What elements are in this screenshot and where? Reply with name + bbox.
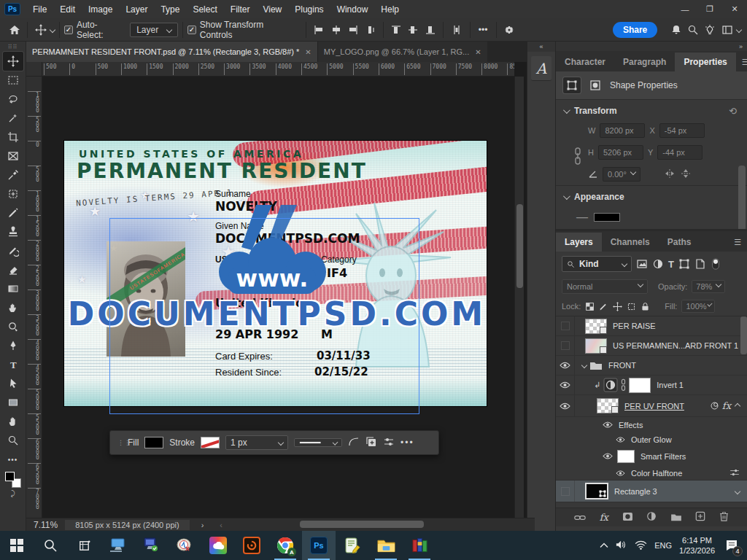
zoom-level[interactable]: 7.11% [26,520,65,530]
scrollbar-thumb[interactable] [516,204,523,288]
visibility-toggle[interactable] [556,376,575,394]
path-selection-tool[interactable] [3,374,23,393]
add-adjustment-icon[interactable] [646,511,657,524]
drag-grip[interactable]: ⋮⋮ [117,442,122,444]
layer-row-us-permanent[interactable]: US PERMAMNEN...ARD FRONT 1 [556,336,747,356]
align-right-icon[interactable] [344,22,361,38]
filter-kind-dropdown[interactable]: Kind [562,256,632,272]
taskbar-search-button[interactable] [34,531,67,560]
tools-grip[interactable]: ⠿⠿ [8,44,18,50]
tab-character[interactable]: Character [556,52,614,71]
notifications-bell-icon[interactable] [667,22,684,38]
menu-filter[interactable]: Filter [224,0,257,18]
filter-shape-icon[interactable] [678,258,690,270]
object-selection-tool[interactable] [3,109,23,128]
distribute-h-icon[interactable] [361,22,378,38]
menu-file[interactable]: File [26,0,53,18]
filter-toggle-icon[interactable] [711,257,721,271]
mask-properties-icon[interactable] [587,77,604,93]
swap-colors-icon[interactable]: ⤸ [11,489,15,498]
type-tool[interactable]: T [3,355,23,374]
lock-all-icon[interactable] [640,302,650,311]
dodge-tool[interactable] [3,317,23,336]
smudge-tool[interactable] [3,298,23,317]
align-bottom-icon[interactable] [422,22,438,38]
lock-transparency-icon[interactable] [585,302,595,311]
fill-swatch[interactable] [144,437,163,448]
visibility-toggle[interactable] [556,316,575,335]
healing-brush-tool[interactable] [3,184,23,203]
app-notepad-plus[interactable] [336,531,369,560]
close-tab-icon[interactable]: ✕ [305,48,311,56]
share-button[interactable]: Share [613,22,657,38]
visibility-toggle[interactable] [556,481,575,502]
menu-image[interactable]: Image [82,0,119,18]
mask-link-icon[interactable] [620,378,627,392]
canvas-horizontal-scrollbar-thumb[interactable] [300,521,424,528]
volume-icon[interactable] [616,540,627,551]
layers-menu-icon[interactable]: ☰ [728,233,747,252]
menu-type[interactable]: Type [154,0,186,18]
dock-collapse-icon[interactable]: » [556,42,747,51]
reset-transform-icon[interactable]: ⟲ [729,106,737,117]
menu-edit[interactable]: Edit [53,0,82,18]
link-layers-icon[interactable] [574,511,586,524]
layer-row-smart-filters[interactable]: Smart Filters [556,447,747,466]
add-mask-icon[interactable] [622,511,633,524]
task-view-button[interactable] [67,531,101,560]
action-center-icon[interactable]: 4 [722,536,741,555]
shape-tool[interactable] [3,393,23,412]
start-button[interactable] [0,531,34,560]
brush-tool[interactable] [3,203,23,222]
menu-help[interactable]: Help [374,0,406,18]
language-indicator[interactable]: ENG [654,541,672,550]
appearance-fill-swatch[interactable] [594,213,620,222]
canvas-vertical-scrollbar[interactable] [514,77,524,518]
minimize-button[interactable]: — [673,0,697,18]
y-input[interactable]: -44 px [657,145,703,160]
blend-mode-dropdown[interactable]: Normal [562,279,648,294]
layer-name[interactable]: PER UV FRONT [624,402,684,411]
status-chevron-icon[interactable]: › [201,521,204,529]
color-swatches[interactable] [5,472,21,488]
app-creative-cloud[interactable] [201,531,235,560]
layer-row-front-group[interactable]: FRONT [556,356,747,376]
fill-input[interactable]: 100% [681,300,715,313]
glyphs-panel-icon[interactable]: A [531,56,551,81]
menu-select[interactable]: Select [186,0,223,18]
layer-thumbnail[interactable] [597,398,619,413]
layer-thumbnail[interactable] [585,338,607,354]
frame-tool[interactable] [3,147,23,166]
layer-name[interactable]: PER RAISE [613,322,656,330]
tab-channels[interactable]: Channels [602,233,659,252]
mask-thumbnail[interactable] [629,378,651,393]
close-tab-icon[interactable]: ✕ [475,48,481,56]
layer-row-rectangle-3[interactable]: Rectangle 3 [556,481,747,502]
close-button[interactable]: ✕ [722,0,747,18]
gradient-tool[interactable] [3,279,23,298]
workspace-switcher-icon[interactable] [719,22,735,38]
canvas[interactable]: ★ ★ ★ ★ ★ ★ ★ ★ UNITED STATES OF AMERICA… [42,77,514,518]
layer-thumbnail[interactable] [585,319,607,334]
move-options-chevron-icon[interactable] [50,26,55,32]
lock-position-icon[interactable] [613,302,622,311]
lock-artboard-icon[interactable] [627,302,636,311]
filter-smart-object-icon[interactable] [694,258,706,270]
lasso-tool[interactable] [3,90,23,109]
align-center-h-icon[interactable] [328,22,344,38]
effect-name[interactable]: Outer Glow [631,435,672,444]
doc-tab-inactive[interactable]: MY_LOGO.png @ 66.7% (Layer 1, RG...✕ [317,42,487,62]
layer-row-outer-glow[interactable]: Outer Glow [556,432,747,447]
collapse-chevrons-icon[interactable]: « [527,42,555,52]
layer-bounds-outline[interactable] [109,218,419,414]
app-file-explorer[interactable] [369,531,403,560]
move-tool[interactable] [3,52,23,71]
shape-more-icon[interactable]: ••• [400,438,414,448]
tab-layers[interactable]: Layers [556,233,602,252]
new-group-icon[interactable] [670,511,682,524]
collapse-transform-icon[interactable] [563,106,570,114]
tab-paths[interactable]: Paths [659,233,700,252]
app-remote-computer[interactable] [134,531,168,560]
lock-pixels-icon[interactable] [599,302,608,311]
discover-lightbulb-icon[interactable] [702,22,719,38]
